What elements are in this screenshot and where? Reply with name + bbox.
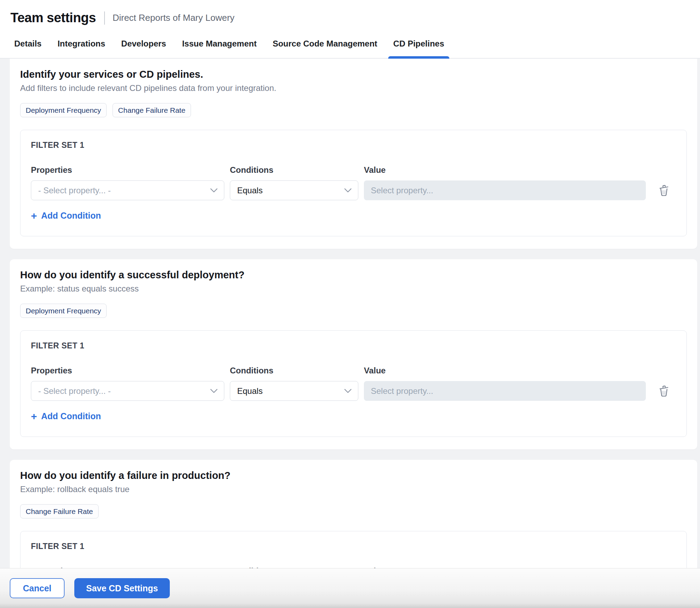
title-divider [104,11,105,25]
filter-column-labels: Properties Conditions Value [31,165,676,175]
condition-select-value: Equals [237,386,262,396]
filter-condition-row: - Select property... - Equals [31,381,676,401]
page-subtitle: Direct Reports of Mary Lowery [112,12,234,23]
trash-icon [657,385,670,398]
tab-label: Source Code Management [273,39,377,48]
section-description: Example: rollback equals true [20,484,687,495]
metric-badges: Deployment Frequency [20,304,687,318]
value-label: Value [364,165,646,175]
conditions-label: Conditions [230,366,358,375]
cancel-button[interactable]: Cancel [10,578,65,598]
section-description: Example: status equals success [20,284,687,294]
page-title: Team settings [10,10,96,25]
tab-details[interactable]: Details [9,39,47,58]
tab-issue-management[interactable]: Issue Management [177,39,262,58]
value-input[interactable] [364,381,646,401]
property-select-placeholder: - Select property... - [38,186,111,195]
filter-set-title: FILTER SET 1 [31,141,676,150]
tab-source-code-management[interactable]: Source Code Management [267,39,382,58]
tab-developers[interactable]: Developers [116,39,171,58]
tab-label: Details [14,39,42,48]
add-condition-button[interactable]: + Add Condition [31,411,101,421]
chevron-down-icon [210,389,218,394]
page-header: Team settings Direct Reports of Mary Low… [0,0,700,25]
value-input[interactable] [364,180,646,200]
tab-label: CD Pipelines [393,39,444,48]
section-identify-pipelines: Identify your services or CD pipelines. … [10,59,697,249]
property-select[interactable]: - Select property... - [31,180,224,200]
properties-label: Properties [31,165,224,175]
metric-badges: Deployment Frequency Change Failure Rate [20,103,687,117]
property-select-placeholder: - Select property... - [38,386,111,396]
chevron-down-icon [344,389,352,394]
section-heading: Identify your services or CD pipelines. [20,68,687,81]
save-cd-settings-button[interactable]: Save CD Settings [74,578,170,598]
main-content: Identify your services or CD pipelines. … [0,59,700,604]
chevron-down-icon [210,188,218,193]
tab-label: Integrations [58,39,105,48]
filter-condition-row: - Select property... - Equals [31,180,676,200]
plus-icon: + [31,412,37,421]
trash-icon [657,184,670,197]
section-description: Add filters to include relevant CD pipel… [20,83,687,93]
section-heading: How do you identify a failure in product… [20,469,687,482]
badge-change-failure-rate: Change Failure Rate [20,504,99,518]
conditions-label: Conditions [230,165,358,175]
tab-integrations[interactable]: Integrations [52,39,110,58]
condition-select[interactable]: Equals [230,381,358,401]
badge-change-failure-rate: Change Failure Rate [112,103,191,117]
chevron-down-icon [344,188,352,193]
action-footer: Cancel Save CD Settings [0,568,700,608]
active-tab-underline [388,56,450,59]
delete-condition-button[interactable] [651,385,676,398]
section-heading: How do you identify a successful deploym… [20,268,687,281]
plus-icon: + [31,211,37,221]
badge-deployment-frequency: Deployment Frequency [20,103,107,117]
add-condition-label: Add Condition [41,211,101,221]
filter-set-card: FILTER SET 1 Properties Conditions Value… [20,130,687,236]
tab-label: Issue Management [182,39,257,48]
filter-set-title: FILTER SET 1 [31,341,676,351]
condition-select[interactable]: Equals [230,180,358,200]
top-bar: Team settings Direct Reports of Mary Low… [0,0,700,59]
filter-column-labels: Properties Conditions Value [31,366,676,375]
condition-select-value: Equals [237,186,262,195]
tab-bar: Details Integrations Developers Issue Ma… [0,39,700,59]
delete-condition-button[interactable] [651,184,676,197]
add-condition-button[interactable]: + Add Condition [31,211,101,221]
filter-set-title: FILTER SET 1 [31,542,676,551]
tab-cd-pipelines[interactable]: CD Pipelines [388,39,450,58]
add-condition-label: Add Condition [41,411,101,421]
filter-set-card: FILTER SET 1 Properties Conditions Value… [20,330,687,437]
value-label: Value [364,366,646,375]
property-select[interactable]: - Select property... - [31,381,224,401]
tab-label: Developers [121,39,166,48]
properties-label: Properties [31,366,224,375]
section-successful-deployment: How do you identify a successful deploym… [10,259,697,449]
metric-badges: Change Failure Rate [20,504,687,518]
badge-deployment-frequency: Deployment Frequency [20,304,107,318]
